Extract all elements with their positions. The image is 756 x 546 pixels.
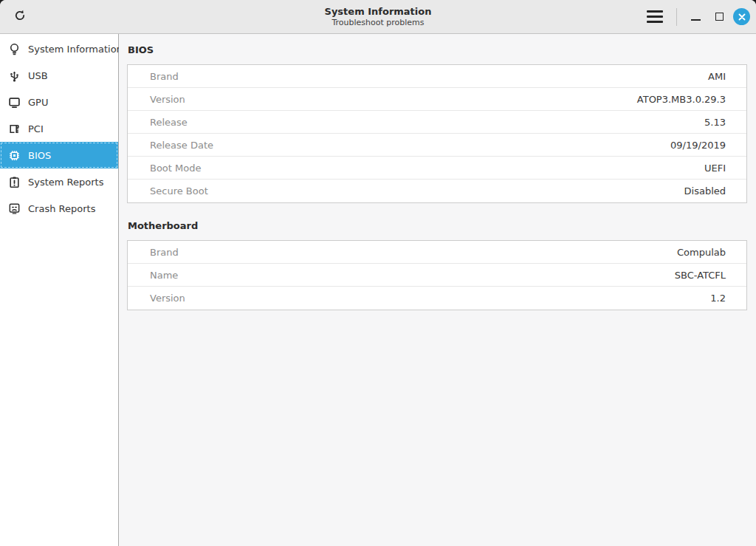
row-label: Brand xyxy=(128,71,708,82)
refresh-icon xyxy=(13,9,27,25)
sidebar-item-gpu[interactable]: GPU xyxy=(0,89,118,115)
minimize-button[interactable] xyxy=(686,7,705,27)
maximize-button[interactable] xyxy=(709,7,729,27)
sidebar-item-usb[interactable]: USB xyxy=(0,62,118,89)
row-label: Release Date xyxy=(128,140,670,151)
sidebar: System InformationUSBGPUPCIBIOSSystem Re… xyxy=(0,34,119,546)
row-value: AMI xyxy=(708,71,746,82)
table-row: Boot ModeUEFI xyxy=(128,157,746,180)
row-value: Disabled xyxy=(684,185,746,197)
table-row: VersionATOP3.MB3.0.29.3 xyxy=(128,88,746,111)
lightbulb-icon xyxy=(7,42,21,55)
table-row: Release Date09/19/2019 xyxy=(128,134,746,157)
bios-section: BIOSBrandAMIVersionATOP3.MB3.0.29.3Relea… xyxy=(127,44,747,203)
row-label: Version xyxy=(128,293,710,304)
sidebar-item-system-reports[interactable]: System Reports xyxy=(0,168,118,195)
row-label: Name xyxy=(128,270,675,281)
app-window: System Information Troubleshoot problems xyxy=(0,0,756,546)
sidebar-item-label: System Information xyxy=(28,44,123,55)
row-label: Secure Boot xyxy=(128,185,684,197)
usb-icon xyxy=(7,69,21,82)
table-row: Release5.13 xyxy=(128,111,746,134)
main-content: BIOSBrandAMIVersionATOP3.MB3.0.29.3Relea… xyxy=(119,34,756,546)
table-row: BrandCompulab xyxy=(128,241,746,264)
close-button[interactable] xyxy=(733,8,750,25)
window-subtitle: Troubleshoot problems xyxy=(325,18,432,28)
maximize-icon xyxy=(715,13,724,21)
window-title: System Information xyxy=(325,6,432,18)
clipboard-alert-icon xyxy=(7,175,21,188)
minimize-icon xyxy=(691,19,701,21)
titlebar: System Information Troubleshoot problems xyxy=(0,0,756,34)
row-value: UEFI xyxy=(704,163,746,174)
hamburger-menu-button[interactable] xyxy=(642,6,667,28)
sidebar-item-crash-reports[interactable]: Crash Reports xyxy=(0,195,118,222)
window-controls xyxy=(642,6,756,28)
window-title-group: System Information Troubleshoot problems xyxy=(325,6,432,28)
row-value: 09/19/2019 xyxy=(670,140,746,151)
sidebar-item-label: Crash Reports xyxy=(28,203,95,214)
row-value: ATOP3.MB3.0.29.3 xyxy=(637,94,746,105)
display-icon xyxy=(7,95,21,109)
sidebar-item-bios[interactable]: BIOS xyxy=(0,142,118,168)
row-value: SBC-ATCFL xyxy=(675,270,746,281)
crash-face-icon xyxy=(7,202,21,215)
pci-card-icon xyxy=(7,122,21,135)
table-row: NameSBC-ATCFL xyxy=(128,264,746,287)
close-icon xyxy=(738,13,746,21)
bios-table: BrandAMIVersionATOP3.MB3.0.29.3Release5.… xyxy=(127,64,747,203)
sidebar-item-label: BIOS xyxy=(28,150,51,161)
row-value: 5.13 xyxy=(704,117,746,128)
section-title: BIOS xyxy=(128,44,747,55)
sidebar-item-label: USB xyxy=(28,70,48,81)
table-row: Version1.2 xyxy=(128,287,746,310)
controls-separator xyxy=(676,8,677,26)
sidebar-item-label: GPU xyxy=(28,97,48,108)
motherboard-section: MotherboardBrandCompulabNameSBC-ATCFLVer… xyxy=(127,220,747,310)
row-label: Version xyxy=(128,94,637,105)
app-body: System InformationUSBGPUPCIBIOSSystem Re… xyxy=(0,34,756,546)
motherboard-table: BrandCompulabNameSBC-ATCFLVersion1.2 xyxy=(127,240,747,310)
sidebar-item-label: PCI xyxy=(28,123,44,134)
row-label: Boot Mode xyxy=(128,163,704,174)
section-title: Motherboard xyxy=(128,220,747,231)
refresh-button[interactable] xyxy=(9,6,31,28)
table-row: Secure BootDisabled xyxy=(128,180,746,202)
row-label: Release xyxy=(128,117,704,128)
sidebar-item-label: System Reports xyxy=(28,177,103,188)
row-label: Brand xyxy=(128,247,677,258)
row-value: 1.2 xyxy=(710,293,746,304)
table-row: BrandAMI xyxy=(128,65,746,88)
row-value: Compulab xyxy=(677,247,746,258)
sidebar-item-pci[interactable]: PCI xyxy=(0,115,118,142)
sidebar-item-system-information[interactable]: System Information xyxy=(0,35,118,62)
chip-icon xyxy=(7,149,21,162)
